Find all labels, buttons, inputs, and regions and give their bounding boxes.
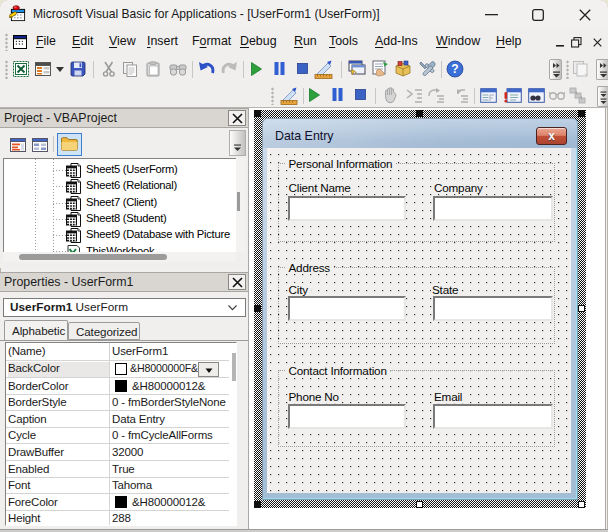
svg-text:?: ?	[451, 62, 458, 76]
